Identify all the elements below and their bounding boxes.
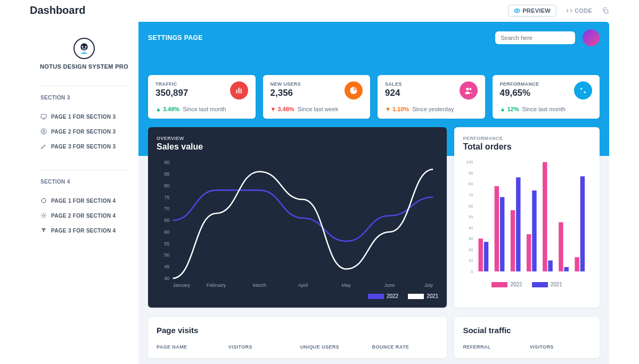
header-actions: PREVIEW CODE	[508, 5, 609, 16]
sidebar-item-s3-2[interactable]: PAGE 2 FOR SECTION 3	[37, 124, 131, 139]
svg-text:85: 85	[164, 171, 169, 177]
svg-rect-62	[484, 242, 488, 271]
svg-rect-66	[516, 177, 520, 271]
svg-point-15	[43, 214, 45, 217]
eye-icon	[514, 7, 520, 14]
percent-icon	[574, 81, 592, 100]
chart-title: Sales value	[157, 142, 438, 152]
stat-label: PERFORMANCE	[500, 81, 539, 87]
svg-text:70: 70	[164, 206, 169, 211]
stat-since: Since yesterday	[412, 106, 454, 112]
svg-line-21	[45, 217, 46, 218]
svg-text:60: 60	[469, 204, 473, 209]
sidebar: NOTUS DESIGN SYSTEM PRO SECTION 3 PAGE 1…	[30, 22, 138, 364]
circle-user-icon	[40, 128, 47, 135]
sidebar-item-s3-1[interactable]: PAGE 1 FOR SECTION 3	[37, 109, 131, 124]
svg-rect-73	[575, 257, 579, 271]
tv-icon	[40, 113, 47, 120]
svg-text:June: June	[384, 283, 395, 288]
svg-text:40: 40	[164, 276, 169, 281]
sales-value-chart-card: OVERVIEW Sales value 4045505560657075808…	[148, 127, 447, 308]
user-avatar[interactable]	[583, 29, 600, 46]
svg-rect-74	[580, 176, 585, 271]
sidebar-item-s3-3[interactable]: PAGE 3 FOR SECTION 3	[37, 139, 131, 154]
code-icon	[566, 7, 572, 14]
line-chart: 4045505560657075808590JanuaryFebruaryMar…	[157, 159, 438, 289]
sidebar-item-s4-2[interactable]: PAGE 2 FOR SECTION 4	[37, 208, 131, 223]
svg-rect-69	[543, 162, 547, 271]
svg-rect-67	[527, 234, 531, 271]
sidebar-item-s4-1[interactable]: PAGE 1 FOR SECTION 4	[37, 193, 131, 208]
preview-button[interactable]: PREVIEW	[508, 5, 556, 16]
legend-item: 2022	[368, 293, 398, 299]
svg-text:March: March	[253, 283, 266, 288]
svg-text:100: 100	[466, 160, 474, 164]
column-header: REFERRAL	[463, 344, 524, 350]
svg-point-4	[82, 46, 84, 48]
svg-point-9	[43, 130, 45, 132]
legend-item: 2021	[532, 282, 562, 287]
stat-row: TRAFFIC 350,897 ▲ 3.48% Since last month…	[148, 75, 600, 119]
column-header: UNIQUE USERS	[300, 344, 367, 350]
total-orders-chart-card: PERFORMANCE Total orders 010203040506070…	[454, 127, 600, 308]
svg-text:75: 75	[164, 195, 169, 200]
stat-card-sales: SALES 924 ▼ 1.10% Since yesterday	[378, 75, 485, 119]
stat-label: TRAFFIC	[155, 81, 188, 87]
crosshair-icon	[40, 197, 47, 204]
stat-card-traffic: TRAFFIC 350,897 ▲ 3.48% Since last month	[148, 75, 256, 119]
svg-rect-6	[41, 114, 46, 118]
stat-value: 350,897	[155, 88, 188, 98]
sidebar-item-s4-3[interactable]: PAGE 3 FOR SECTION 4	[37, 223, 131, 238]
users-icon	[460, 81, 478, 100]
legend-item: 2022	[491, 282, 522, 287]
stat-value: 2,356	[271, 88, 301, 98]
svg-text:45: 45	[164, 264, 169, 269]
svg-rect-72	[564, 267, 569, 271]
code-button[interactable]: CODE	[561, 5, 597, 16]
svg-point-3	[80, 43, 88, 51]
svg-text:80: 80	[469, 181, 473, 186]
svg-text:30: 30	[469, 236, 473, 241]
svg-point-31	[584, 92, 586, 93]
stat-card-performance: PERFORMANCE 49,65% ▲ 12% Since last mont…	[493, 75, 600, 119]
legend-item: 2021	[408, 293, 438, 299]
svg-rect-68	[532, 191, 537, 271]
brand: NOTUS DESIGN SYSTEM PRO	[37, 38, 131, 70]
copy-icon[interactable]	[602, 7, 609, 14]
svg-text:60: 60	[164, 229, 169, 235]
column-header: PAGE NAME	[157, 344, 223, 350]
svg-rect-64	[500, 197, 504, 271]
svg-text:55: 55	[164, 241, 169, 246]
chart-overline: OVERVIEW	[157, 136, 438, 141]
svg-rect-1	[604, 10, 608, 13]
column-header: VISITORS	[228, 344, 295, 350]
svg-text:0: 0	[471, 269, 473, 274]
svg-point-5	[85, 46, 87, 48]
svg-rect-61	[479, 238, 483, 271]
stat-label: SALES	[385, 81, 402, 87]
stat-delta: ▲ 3.48%	[155, 106, 179, 112]
svg-line-22	[45, 213, 46, 214]
stat-label: NEW USERS	[271, 81, 301, 87]
section-header-3: SECTION 3	[40, 86, 128, 101]
column-header: BOUNCE RATE	[372, 344, 439, 350]
svg-text:July: July	[424, 283, 433, 288]
svg-point-0	[517, 10, 518, 11]
sun-icon	[40, 212, 47, 219]
stat-since: Since last month	[522, 106, 566, 112]
svg-text:90: 90	[164, 160, 169, 165]
brand-title: NOTUS DESIGN SYSTEM PRO	[37, 63, 131, 70]
main-panel: SETTINGS PAGE TRAFFIC 350,897 ▲ 3.48% Si…	[138, 22, 609, 364]
bar-chart-legend: 20222021	[463, 282, 591, 287]
stat-delta: ▼ 3.48%	[271, 106, 294, 112]
hero-title: SETTINGS PAGE	[148, 34, 203, 42]
stat-since: Since last month	[183, 106, 226, 112]
search-input[interactable]	[495, 31, 575, 44]
social-traffic-card: Social traffic REFERRALVISITORS	[454, 317, 600, 358]
stat-card-new users: NEW USERS 2,356 ▼ 3.48% Since last week	[263, 75, 371, 119]
page-visits-card: Page visits PAGE NAMEVISITORSUNIQUE USER…	[148, 317, 447, 358]
svg-rect-26	[240, 89, 241, 94]
pie-chart-icon	[345, 81, 363, 100]
svg-text:90: 90	[469, 171, 473, 176]
svg-text:70: 70	[469, 193, 473, 197]
